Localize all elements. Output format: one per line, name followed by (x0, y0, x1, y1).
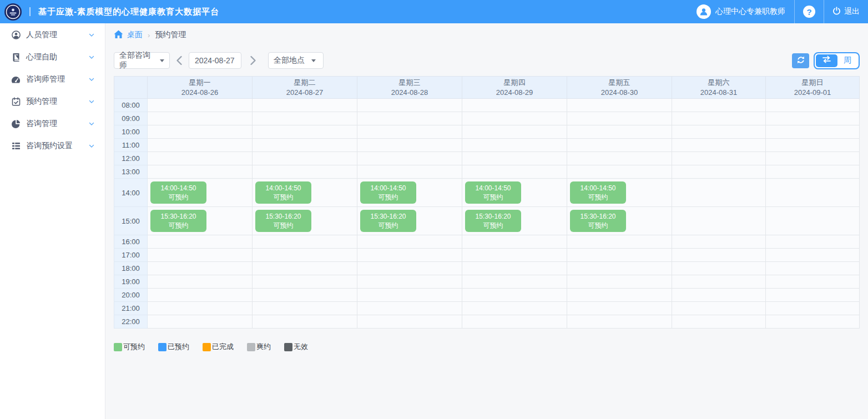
help-icon: ? (803, 6, 815, 18)
calendar-cell (766, 262, 860, 275)
slot-status: 可预约 (150, 193, 206, 201)
calendar-cell: 15:30-16:20可预约 (462, 207, 567, 235)
legend-swatch (158, 343, 166, 351)
week-view-button[interactable]: 周 (837, 54, 857, 67)
user-menu[interactable]: 心理中心专兼职教师 (688, 0, 794, 23)
list-icon (11, 142, 21, 151)
calendar-cell (567, 302, 672, 315)
weekday-label: 星期二 (253, 78, 357, 88)
calendar-cell (462, 112, 567, 125)
calendar-cell (357, 302, 462, 315)
calendar-cell (766, 139, 860, 152)
calendar-cell (462, 249, 567, 262)
time-label: 21:00 (114, 302, 148, 315)
chevron-down-icon (311, 59, 316, 62)
breadcrumb-home-link[interactable]: 桌面 (114, 30, 143, 41)
slot-chip[interactable]: 15:30-16:20可预约 (570, 210, 626, 232)
slot-chip[interactable]: 14:00-14:50可预约 (465, 181, 521, 204)
book-icon (11, 53, 21, 62)
calendar-cell (567, 125, 672, 139)
date-label: 2024-08-26 (148, 88, 252, 98)
calendar-cell (766, 302, 860, 315)
sidebar-item-appointment-management[interactable]: 预约管理 (0, 90, 105, 113)
breadcrumb-separator: › (148, 31, 150, 39)
date-label: 2024-08-29 (462, 88, 567, 98)
slot-status: 可预约 (465, 193, 521, 201)
sidebar-item-label: 人员管理 (26, 30, 57, 40)
slot-chip[interactable]: 15:30-16:20可预约 (360, 210, 416, 232)
calendar-cell (462, 275, 567, 289)
chevron-down-icon (160, 59, 164, 62)
calendar-cell (766, 112, 860, 125)
calendar-cell (148, 289, 253, 302)
sidebar-item-counselor-management[interactable]: 咨询师管理 (0, 68, 105, 90)
time-label: 09:00 (114, 112, 148, 125)
slot-time-range: 14:00-14:50 (150, 184, 206, 193)
calendar-cell (462, 152, 567, 165)
calendar-cell (148, 275, 253, 289)
slot-chip[interactable]: 14:00-14:50可预约 (255, 181, 311, 204)
calendar-cell (766, 152, 860, 165)
legend-label: 无效 (294, 342, 308, 352)
calendar-cell (462, 289, 567, 302)
schedule-calendar: 星期一2024-08-26星期二2024-08-27星期三2024-08-28星… (114, 76, 860, 329)
calendar-cell: 14:00-14:50可预约 (357, 179, 462, 207)
slot-chip[interactable]: 14:00-14:50可预约 (150, 181, 206, 204)
calendar-day-header: 星期一2024-08-26 (148, 77, 253, 99)
breadcrumb-current: 预约管理 (155, 30, 186, 40)
calendar-cell (567, 262, 672, 275)
slot-time-range: 14:00-14:50 (570, 184, 626, 193)
calendar-cell (253, 125, 357, 139)
location-select-value: 全部地点 (274, 55, 305, 65)
calendar-cell (672, 315, 766, 329)
legend-swatch (114, 343, 122, 351)
help-button[interactable]: ? (795, 0, 824, 23)
sidebar-item-psychological-self-help[interactable]: 心理自助 (0, 46, 105, 68)
previous-week-button[interactable] (175, 55, 184, 65)
time-label: 15:00 (114, 207, 148, 235)
calendar-cell (148, 315, 253, 329)
slot-chip[interactable]: 15:30-16:20可预约 (255, 210, 311, 232)
next-week-button[interactable] (249, 55, 258, 65)
legend-swatch (284, 343, 292, 351)
calendar-cell (766, 275, 860, 289)
calendar-cell: 14:00-14:50可预约 (462, 179, 567, 207)
slot-chip[interactable]: 14:00-14:50可预约 (360, 181, 416, 204)
calendar-cell (253, 275, 357, 289)
date-label: 2024-09-01 (766, 88, 859, 98)
calendar-cell (567, 275, 672, 289)
weekday-label: 星期三 (357, 78, 462, 88)
counselor-select[interactable]: 全部咨询师 (114, 52, 170, 69)
slot-status: 可预约 (360, 193, 416, 201)
date-input[interactable]: 2024-08-27 (189, 52, 241, 69)
legend-item: 可预约 (114, 342, 145, 352)
calendar-cell: 14:00-14:50可预约 (567, 179, 672, 207)
slot-status: 可预约 (360, 221, 416, 230)
refresh-button[interactable] (792, 53, 809, 68)
chevron-down-icon (88, 32, 95, 38)
slot-chip[interactable]: 14:00-14:50可预约 (570, 181, 626, 204)
calendar-cell (253, 99, 357, 112)
calendar-cell (148, 302, 253, 315)
slot-chip[interactable]: 15:30-16:20可预约 (465, 210, 521, 232)
logout-button[interactable]: 退出 (824, 0, 868, 23)
sidebar-item-consultation-management[interactable]: 咨询管理 (0, 113, 105, 135)
sidebar-item-personnel-management[interactable]: 人员管理 (0, 24, 105, 46)
slot-chip[interactable]: 15:30-16:20可预约 (150, 210, 206, 232)
sidebar-item-consultation-booking-settings[interactable]: 咨询预约设置 (0, 135, 105, 157)
swap-arrows-icon (822, 55, 831, 65)
pie-chart-icon (11, 119, 21, 129)
calendar-cell (567, 112, 672, 125)
calendar-cell (357, 139, 462, 152)
calendar-cell (766, 125, 860, 139)
swap-view-button[interactable] (816, 54, 837, 67)
slot-status: 可预约 (570, 221, 626, 230)
legend: 可预约已预约已完成爽约无效 (114, 342, 860, 352)
calendar-cell: 14:00-14:50可预约 (148, 179, 253, 207)
location-select[interactable]: 全部地点 (268, 52, 324, 69)
weekday-label: 星期六 (672, 78, 765, 88)
calendar-cell (567, 249, 672, 262)
calendar-cell (253, 139, 357, 152)
slot-status: 可预约 (255, 221, 311, 230)
calendar-cell (462, 165, 567, 179)
